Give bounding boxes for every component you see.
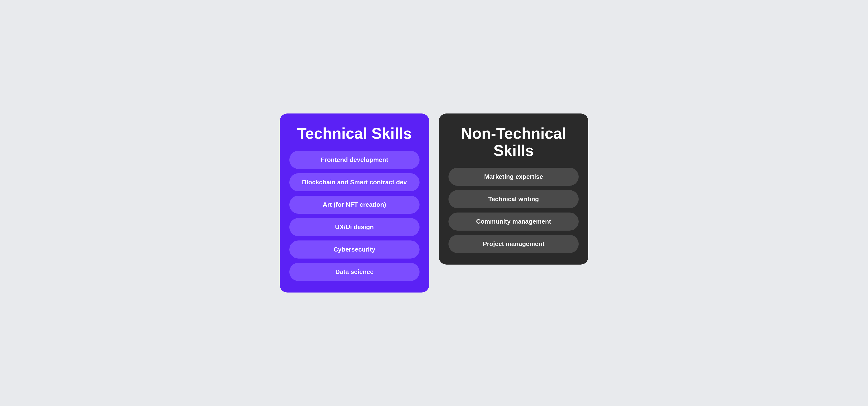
skill-item: Marketing expertise <box>448 168 579 186</box>
non-technical-skills-list: Marketing expertiseTechnical writingComm… <box>448 168 579 253</box>
skill-item: Blockchain and Smart contract dev <box>289 173 420 191</box>
non-technical-skills-title: Non-Technical Skills <box>448 125 579 159</box>
skill-item: Community management <box>448 212 579 231</box>
skill-item: Project management <box>448 235 579 253</box>
technical-skills-list: Frontend developmentBlockchain and Smart… <box>289 151 420 281</box>
skill-item: Frontend development <box>289 151 420 169</box>
skill-item: Cybersecurity <box>289 240 420 259</box>
skill-item: UX/Ui design <box>289 218 420 236</box>
skill-item: Art (for NFT creation) <box>289 196 420 214</box>
technical-skills-title: Technical Skills <box>289 125 420 142</box>
technical-skills-card: Technical Skills Frontend developmentBlo… <box>280 113 429 292</box>
skill-item: Data science <box>289 263 420 281</box>
main-container: Technical Skills Frontend developmentBlo… <box>265 113 603 292</box>
skill-item: Technical writing <box>448 190 579 208</box>
non-technical-skills-card: Non-Technical Skills Marketing expertise… <box>439 113 588 265</box>
